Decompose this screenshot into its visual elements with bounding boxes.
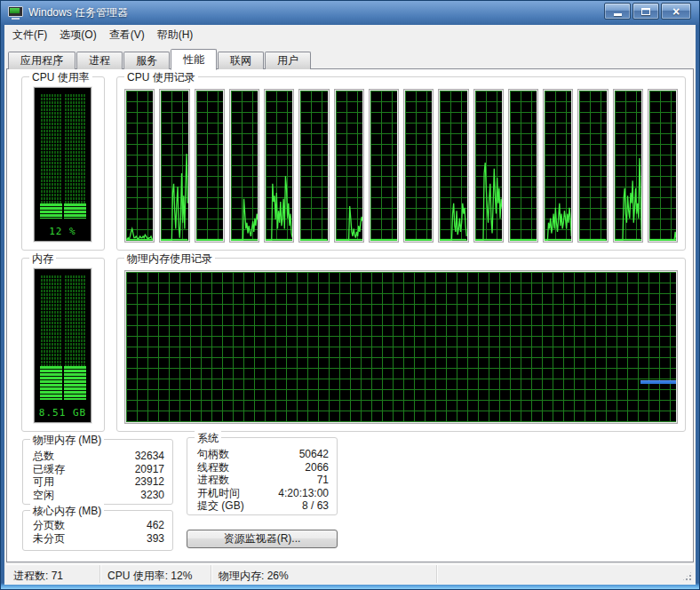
close-button[interactable]: ×: [661, 3, 691, 20]
cpu-core-graph: [577, 89, 608, 243]
resource-monitor-button[interactable]: 资源监视器(R)...: [187, 530, 338, 548]
tab-strip: 应用程序 进程 服务 性能 联网 用户: [6, 48, 694, 69]
cpu-usage-group: CPU 使用率 12 %: [21, 76, 105, 251]
task-manager-window: Windows 任务管理器 × 文件(F) 选项(O) 查看(V) 帮助(H) …: [0, 0, 700, 590]
system-group-title: 系统: [195, 431, 221, 446]
physical-memory-group: 物理内存 (MB) 总数32634 已缓存20917 可用23912 空闲323…: [22, 439, 173, 505]
stat-row: 总数32634: [23, 450, 172, 463]
stat-row: 未分页393: [23, 532, 172, 546]
maximize-icon: [641, 8, 650, 15]
tab-users[interactable]: 用户: [265, 52, 311, 69]
cpu-usage-gauge: 12 %: [34, 87, 91, 242]
cpu-core-graph: [543, 89, 573, 243]
resize-grip[interactable]: [681, 570, 693, 582]
status-physical-memory: 物理内存: 26%: [211, 565, 437, 583]
cpu-history-panels: [124, 89, 678, 243]
maximize-button[interactable]: [632, 3, 659, 20]
tab-applications[interactable]: 应用程序: [8, 52, 76, 69]
cpu-core-graph: [124, 89, 155, 243]
memory-history-group: 物理内存使用记录: [116, 258, 686, 432]
menu-options[interactable]: 选项(O): [53, 25, 102, 45]
memory-value: 8.51 GB: [35, 407, 91, 419]
memory-gauge: 8.51 GB: [34, 268, 91, 423]
memory-history-group-title: 物理内存使用记录: [124, 251, 215, 267]
menu-bar: 文件(F) 选项(O) 查看(V) 帮助(H): [4, 25, 696, 44]
stat-row: 分页数462: [23, 519, 172, 532]
window-title: Windows 任务管理器: [28, 5, 128, 20]
cpu-core-graph: [648, 89, 678, 243]
system-group: 系统 句柄数50642 线程数2066 进程数71 开机时间4:20:13:00…: [187, 437, 338, 515]
stat-row: 进程数71: [187, 474, 337, 487]
cpu-usage-value: 12 %: [35, 226, 91, 237]
cpu-core-graph: [508, 89, 538, 243]
cpu-history-group: CPU 使用记录: [116, 76, 686, 251]
physical-memory-group-title: 物理内存 (MB): [30, 433, 104, 448]
status-cpu-usage: CPU 使用率: 12%: [100, 565, 211, 583]
cpu-core-graph: [403, 89, 434, 243]
stat-row: 线程数2066: [187, 461, 337, 474]
status-bar: 进程数: 71 CPU 使用率: 12% 物理内存: 26%: [6, 564, 694, 583]
cpu-core-graph: [264, 89, 294, 243]
cpu-core-graph: [613, 89, 643, 243]
tab-services[interactable]: 服务: [123, 52, 170, 69]
close-icon: ×: [672, 5, 680, 18]
cpu-core-graph: [369, 89, 399, 243]
task-manager-icon: [8, 6, 23, 20]
minimize-button[interactable]: [604, 3, 631, 20]
cpu-core-graph: [229, 89, 259, 243]
cpu-history-group-title: CPU 使用记录: [124, 70, 198, 85]
memory-group-title: 内存: [29, 251, 56, 267]
menu-file[interactable]: 文件(F): [6, 25, 53, 45]
kernel-memory-group: 核心内存 (MB) 分页数462 未分页393: [22, 510, 173, 551]
cpu-core-graph: [298, 89, 329, 243]
performance-tab-page: CPU 使用率 12 % CPU 使用记录 内存 8.51 GB: [6, 68, 694, 562]
tab-performance[interactable]: 性能: [171, 49, 217, 70]
stat-row: 已缓存20917: [23, 463, 172, 476]
menu-view[interactable]: 查看(V): [103, 25, 151, 45]
cpu-core-graph: [473, 89, 504, 243]
client-area: 文件(F) 选项(O) 查看(V) 帮助(H) 应用程序 进程 服务 性能 联网…: [4, 25, 696, 585]
cpu-core-graph: [159, 89, 189, 243]
stat-row: 开机时间4:20:13:00: [187, 487, 337, 500]
cpu-core-graph: [438, 89, 468, 243]
cpu-usage-group-title: CPU 使用率: [29, 70, 92, 85]
memory-group: 内存 8.51 GB: [21, 258, 105, 432]
kernel-memory-group-title: 核心内存 (MB): [30, 504, 104, 519]
menu-help[interactable]: 帮助(H): [151, 25, 200, 45]
stat-row: 提交 (GB)8 / 63: [187, 499, 337, 513]
status-filler: [437, 565, 694, 583]
stat-row: 可用23912: [23, 475, 172, 489]
titlebar[interactable]: Windows 任务管理器: [8, 4, 128, 22]
cpu-core-graph: [195, 89, 225, 243]
window-controls: ×: [604, 3, 691, 20]
status-process-count: 进程数: 71: [6, 565, 100, 583]
tab-networking[interactable]: 联网: [218, 52, 264, 69]
cpu-core-graph: [334, 89, 364, 243]
memory-history-line: [640, 381, 676, 384]
stat-row: 句柄数50642: [187, 448, 337, 461]
minimize-icon: [614, 13, 622, 16]
stat-row: 空闲3230: [23, 489, 172, 502]
tab-processes[interactable]: 进程: [76, 52, 123, 69]
memory-history-graph: [124, 270, 678, 424]
